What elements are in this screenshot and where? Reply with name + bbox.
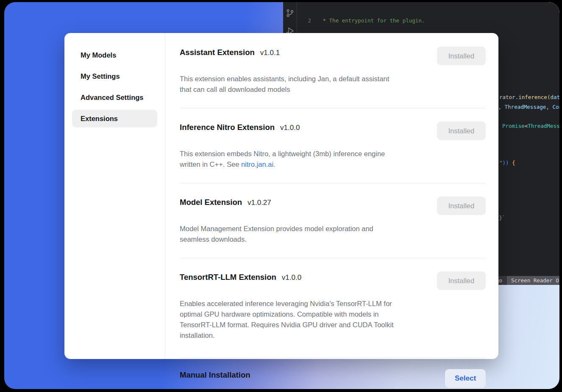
installed-button[interactable]: Installed	[437, 196, 486, 215]
code-fragment: rator.inference(data));	[499, 94, 559, 100]
description-text: Enables accelerated inference leveraging…	[180, 300, 394, 339]
extension-row-model: Model Extensionv1.0.27 Model Management …	[180, 183, 486, 258]
extension-version: v1.0.0	[282, 273, 301, 282]
settings-sidebar: My Models My Settings Advanced Settings …	[64, 33, 165, 359]
extension-version: v1.0.1	[260, 49, 280, 57]
extension-description: Enables accelerated inference leveraging…	[180, 288, 426, 341]
code-fragment: ")) {	[499, 160, 515, 166]
extension-row-assistant: Assistant Extensionv1.0.1 This extension…	[180, 47, 486, 108]
installed-button[interactable]: Installed	[437, 271, 486, 290]
line-number: 2	[298, 17, 311, 24]
extension-row-tensorrt-llm: TensortRT-LLM Extensionv1.0.0 Enables ac…	[180, 258, 486, 358]
sidebar-item-my-settings[interactable]: My Settings	[72, 67, 157, 85]
installed-button[interactable]: Installed	[437, 47, 486, 65]
nitro-link[interactable]: nitro.jan.ai.	[241, 160, 275, 168]
sidebar-item-advanced-settings[interactable]: Advanced Settings	[72, 88, 157, 106]
manual-installation-row: Manual Installation Select an extension …	[180, 358, 486, 389]
extension-description: This extension embeds Nitro, a lightweig…	[180, 138, 426, 170]
extension-row-inference-nitro: Inference Nitro Extensionv1.0.0 This ext…	[180, 108, 486, 183]
code-text: * The entrypoint for the plugin.	[320, 17, 425, 24]
extensions-panel: Assistant Extensionv1.0.1 This extension…	[165, 33, 498, 359]
code-fragment: Promise<ThreadMessage>	[502, 123, 559, 129]
screen-reader-status-item[interactable]: Screen Reader Optimize	[507, 276, 559, 285]
extension-version: v1.0.0	[280, 124, 300, 132]
settings-modal: My Models My Settings Advanced Settings …	[64, 33, 498, 359]
manual-installation-title: Manual Installation	[180, 370, 486, 380]
code-line: 2 * The entrypoint for the plugin.	[298, 17, 559, 24]
extension-description: This extension enables assistants, inclu…	[180, 63, 426, 95]
desktop-window: 2 * The entrypoint for the plugin. 3 */ …	[4, 2, 559, 389]
description-text: This extension enables assistants, inclu…	[180, 75, 389, 93]
source-control-icon[interactable]	[285, 8, 295, 18]
extension-title-text: Inference Nitro Extension	[180, 123, 275, 132]
select-file-button[interactable]: Select	[445, 369, 486, 388]
sidebar-item-extensions[interactable]: Extensions	[72, 110, 157, 127]
extension-description: Model Management Extension provides mode…	[180, 213, 426, 245]
description-text: Model Management Extension provides mode…	[180, 225, 373, 243]
extension-version: v1.0.27	[248, 199, 271, 207]
extension-title-text: Assistant Extension	[180, 48, 255, 57]
extension-title-text: TensortRT-LLM Extension	[180, 273, 276, 282]
installed-button[interactable]: Installed	[437, 121, 486, 140]
manual-installation-description: Select an extension file to install (.tg…	[180, 386, 486, 389]
extension-title-text: Manual Installation	[180, 370, 250, 379]
description-text: This extension embeds Nitro, a lightweig…	[180, 150, 385, 168]
sidebar-item-my-models[interactable]: My Models	[72, 46, 157, 64]
extension-title-text: Model Extension	[180, 198, 242, 207]
